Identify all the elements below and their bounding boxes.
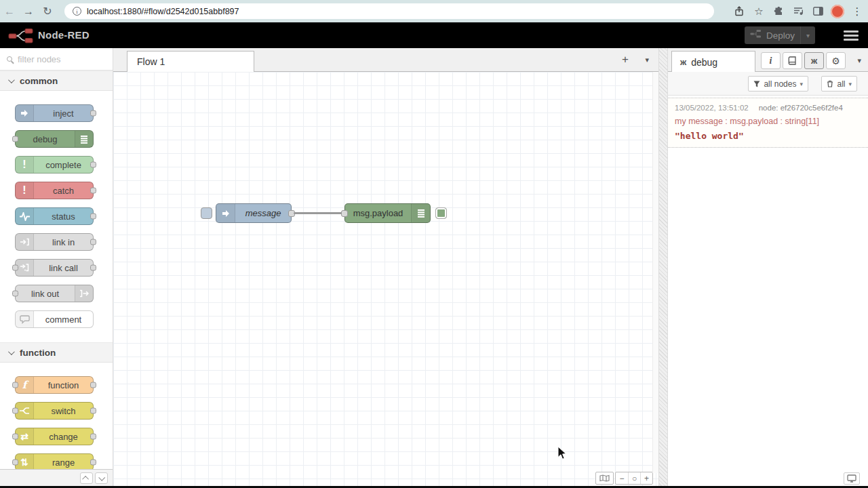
node-port[interactable] (90, 460, 96, 466)
wire[interactable] (294, 212, 345, 214)
flow-node-label: msg.payload (345, 204, 411, 222)
app-title: Node-RED (38, 29, 90, 41)
node-port[interactable] (12, 136, 18, 142)
palette-node-complete[interactable]: !complete (15, 156, 94, 174)
add-flow-icon[interactable]: + (622, 53, 629, 66)
node-port[interactable] (90, 110, 96, 117)
deploy-label: Deploy (766, 30, 795, 41)
navigator-button[interactable] (595, 472, 614, 485)
extensions-puzzle-icon[interactable] (772, 5, 785, 18)
trash-icon (827, 80, 833, 87)
node-port[interactable] (12, 434, 18, 440)
profile-avatar[interactable] (831, 5, 844, 18)
function-icon: f (16, 377, 34, 393)
node-port[interactable] (12, 291, 18, 297)
site-info-icon[interactable]: i (73, 7, 81, 16)
node-port[interactable] (90, 214, 96, 220)
flow-node-inject[interactable]: message (216, 203, 292, 223)
chevron-down-icon (98, 474, 105, 481)
node-port[interactable] (90, 265, 96, 271)
chevron-down-icon: ▾ (800, 81, 803, 87)
sidebar-splitter[interactable] (658, 48, 668, 488)
tab-flow-1[interactable]: Flow 1 (127, 51, 254, 73)
flow-list-icon[interactable]: ▾ (645, 56, 649, 64)
palette-node-label: range (34, 454, 93, 470)
palette-node-label: status (34, 208, 93, 224)
debug-message[interactable]: 13/05/2022, 13:51:02 node: ef26720c5e6f2… (668, 98, 868, 148)
bug-icon: ж (680, 57, 686, 67)
palette-node-link-in[interactable]: link in (15, 233, 94, 251)
node-port[interactable] (90, 162, 96, 168)
node-port[interactable] (90, 434, 96, 440)
sidebar-options-icon[interactable]: ▾ (857, 56, 861, 65)
collapse-all-button[interactable] (80, 472, 93, 484)
pulse-icon (16, 208, 34, 224)
palette-node-label: switch (34, 403, 93, 419)
tab-debug[interactable]: ж debug (671, 51, 755, 73)
palette-node-comment[interactable]: comment (15, 310, 94, 328)
palette-category-function[interactable]: function (0, 342, 113, 363)
browser-reload-button[interactable]: ↻ (38, 5, 57, 18)
debug-toggle-button[interactable] (435, 207, 447, 219)
address-bar[interactable]: i localhost:1880/#flow/d2542d015abbf897 (64, 3, 714, 19)
message-meta: my message : msg.payload : string[11] (675, 117, 861, 126)
node-port[interactable] (12, 265, 18, 271)
node-port[interactable] (90, 408, 96, 414)
palette-category-common[interactable]: common (0, 70, 113, 91)
node-port[interactable] (12, 408, 18, 414)
gear-icon: ⚙ (831, 56, 840, 66)
open-debug-window-button[interactable] (844, 472, 860, 485)
palette-node-status[interactable]: status (15, 207, 94, 225)
palette-node-inject[interactable]: inject (15, 104, 94, 122)
palette-node-catch[interactable]: !catch (15, 182, 94, 199)
share-icon[interactable] (732, 5, 746, 18)
debug-list-icon (411, 204, 430, 222)
zoom-out-button[interactable]: − (616, 472, 628, 484)
help-tab-button[interactable] (783, 52, 802, 69)
zoom-in-button[interactable]: + (640, 472, 652, 484)
node-port[interactable] (90, 382, 96, 388)
palette-sections: commoninjectdebug!complete!catchstatusli… (0, 70, 113, 485)
main-menu-icon[interactable] (844, 30, 859, 41)
browser-forward-button[interactable]: → (19, 5, 38, 18)
palette-node-change[interactable]: ⇄change (15, 428, 94, 445)
palette-node-label: link in (34, 234, 93, 250)
palette-node-debug[interactable]: debug (15, 130, 94, 148)
input-port[interactable] (341, 210, 348, 217)
palette-node-link-call[interactable]: link call (15, 259, 94, 277)
palette-node-label: comment (34, 311, 93, 327)
palette-node-function[interactable]: ffunction (15, 376, 94, 394)
node-port[interactable] (90, 188, 96, 194)
palette-search-placeholder: filter nodes (18, 54, 61, 64)
palette-search[interactable]: filter nodes (0, 48, 113, 70)
message-timestamp: 13/05/2022, 13:51:02 (675, 104, 749, 112)
node-port[interactable] (12, 382, 18, 388)
flow-tabbar: Flow 1 + ▾ (113, 48, 658, 72)
message-payload: "hello world" (675, 131, 861, 141)
debug-tab-button[interactable]: ж (804, 52, 824, 69)
reading-list-icon[interactable] (791, 5, 805, 18)
info-tab-button[interactable]: i (761, 52, 781, 69)
expand-all-button[interactable] (95, 472, 108, 484)
canvas-scrollbar[interactable] (652, 72, 658, 473)
search-icon (7, 56, 12, 62)
settings-tab-button[interactable]: ⚙ (826, 52, 846, 69)
zoom-reset-button[interactable]: ○ (628, 472, 640, 484)
palette-node-switch[interactable]: switch (15, 402, 94, 420)
flow-canvas[interactable]: message msg.payload − ○ + (113, 72, 658, 488)
inject-trigger-button[interactable] (201, 207, 212, 219)
browser-back-button[interactable]: ← (0, 5, 19, 18)
flow-node-debug[interactable]: msg.payload (344, 203, 431, 223)
deploy-options-icon[interactable]: ▾ (800, 26, 810, 44)
inject-arrow-icon (16, 105, 34, 121)
browser-menu-icon[interactable]: ⋮ (850, 5, 864, 18)
palette-node-link-out[interactable]: link out (15, 285, 94, 302)
node-port[interactable] (90, 239, 96, 245)
side-panel-icon[interactable] (811, 5, 825, 18)
link-call-icon (16, 260, 34, 276)
debug-filter-button[interactable]: all nodes ▾ (748, 76, 808, 92)
bookmark-star-icon[interactable]: ☆ (752, 5, 766, 18)
deploy-button[interactable]: Deploy ▾ (745, 26, 815, 44)
debug-clear-button[interactable]: all ▾ (821, 76, 857, 92)
node-port[interactable] (12, 460, 18, 466)
